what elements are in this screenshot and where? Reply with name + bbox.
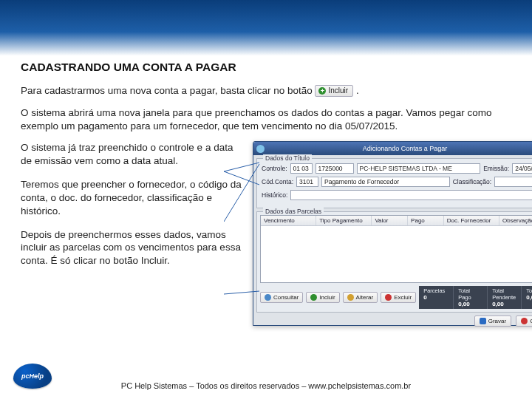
dados-parcelas-legend: Dados das Parcelas bbox=[263, 208, 324, 215]
emissao-field[interactable]: 24/05/2015 bbox=[512, 163, 532, 174]
historico-field[interactable] bbox=[290, 190, 532, 200]
classificacao-field[interactable] bbox=[494, 177, 532, 187]
classificacao-label: Classificação: bbox=[453, 178, 491, 185]
incluir-label: Incluir bbox=[319, 294, 335, 301]
incluir-button[interactable]: Incluir bbox=[306, 292, 339, 303]
save-icon bbox=[480, 318, 486, 324]
historico-label: Histórico: bbox=[262, 191, 287, 199]
delete-icon bbox=[385, 294, 392, 301]
window-action-bar: Gravar Cancelar bbox=[253, 313, 532, 330]
search-icon bbox=[265, 294, 271, 301]
window-titlebar: Adicionando Contas a Pagar ✕ bbox=[253, 142, 532, 155]
p1-text-a: Para cadastrarmos uma nova conta a pagar… bbox=[21, 85, 315, 96]
codconta-field-b[interactable]: Pagamento de Fornecedor bbox=[321, 177, 450, 187]
plus-icon: + bbox=[318, 87, 326, 95]
gravar-button[interactable]: Gravar bbox=[474, 316, 511, 327]
col-pago[interactable]: Pago bbox=[408, 216, 444, 225]
totals-bar: Parcelas0 Total Pago0,00 Total Pendente0… bbox=[419, 286, 532, 309]
cancelar-button[interactable]: Cancelar bbox=[516, 316, 532, 327]
footer-text: PC Help Sistemas – Todos os direitos res… bbox=[0, 381, 532, 390]
parcelas-toolbar: Consultar Incluir Alterar Excluir Parcel… bbox=[257, 283, 532, 312]
fornecedor-field[interactable]: PC-HELP SISTEMAS LTDA - ME bbox=[357, 163, 481, 174]
incluir-inline-button[interactable]: +Incluir bbox=[315, 85, 353, 97]
controle-label: Controle: bbox=[262, 165, 287, 172]
app-window: Adicionando Contas a Pagar ✕ Dados do Tí… bbox=[253, 141, 532, 326]
codconta-field-a[interactable]: 3101 bbox=[296, 177, 318, 187]
alterar-label: Alterar bbox=[356, 294, 374, 301]
col-observacao[interactable]: Observação bbox=[499, 216, 532, 225]
codconta-label: Cód.Conta: bbox=[262, 178, 293, 185]
emissao-label: Emissão: bbox=[483, 165, 509, 172]
paragraph-1: Para cadastrarmos uma nova conta a pagar… bbox=[21, 84, 511, 98]
parcelas-body bbox=[261, 226, 532, 282]
excluir-button[interactable]: Excluir bbox=[381, 292, 416, 303]
gravar-label: Gravar bbox=[488, 318, 506, 324]
col-doc-fornecedor[interactable]: Doc. Fornecedor bbox=[444, 216, 499, 225]
controle-field-a[interactable]: 01 03 bbox=[290, 163, 313, 174]
total-parcelas: Parcelas0 bbox=[419, 286, 453, 309]
total-pago: Total Pago0,00 bbox=[453, 286, 487, 309]
incluir-inline-label: Incluir bbox=[328, 86, 348, 95]
consultar-button[interactable]: Consultar bbox=[260, 292, 303, 303]
cancel-icon bbox=[521, 318, 528, 324]
window-app-icon bbox=[256, 145, 265, 153]
col-vencimento[interactable]: Vencimento bbox=[261, 216, 316, 225]
total-pendente: Total Pendente0,00 bbox=[487, 286, 521, 309]
edit-icon bbox=[347, 294, 354, 301]
side-p2: Teremos que preencher o fornecedor, o có… bbox=[21, 178, 242, 217]
excluir-label: Excluir bbox=[394, 294, 412, 301]
alterar-button[interactable]: Alterar bbox=[343, 292, 378, 303]
p1-text-b: . bbox=[356, 85, 359, 96]
controle-field-b[interactable]: 1725000 bbox=[316, 163, 354, 174]
brand-logo-text: pcHelp bbox=[21, 372, 44, 380]
dados-titulo-legend: Dados do Título bbox=[263, 154, 312, 162]
dados-titulo-group: Dados do Título Controle: 01 03 1725000 … bbox=[256, 158, 532, 208]
page-title: CADASTRANDO UMA CONTA A PAGAR bbox=[21, 61, 511, 74]
paragraph-2: O sistema abrirá uma nova janela para qu… bbox=[21, 106, 511, 133]
col-tipo-pagamento[interactable]: Tipo Pagamento bbox=[316, 216, 372, 225]
col-valor[interactable]: Valor bbox=[372, 216, 408, 225]
side-p3: Depois de preenchermos esses dados, vamo… bbox=[21, 228, 242, 267]
parcelas-header: Vencimento Tipo Pagamento Valor Pago Doc… bbox=[261, 216, 532, 226]
total-total: Total0,00 bbox=[521, 286, 532, 309]
dados-parcelas-group: Dados das Parcelas Vencimento Tipo Pagam… bbox=[256, 211, 532, 313]
parcelas-table: Vencimento Tipo Pagamento Valor Pago Doc… bbox=[260, 215, 532, 283]
side-p1: O sistema já traz preenchido o controle … bbox=[21, 141, 242, 168]
plus-icon bbox=[310, 294, 317, 301]
window-title: Adicionando Contas a Pagar bbox=[267, 145, 532, 152]
consultar-label: Consultar bbox=[273, 294, 299, 301]
